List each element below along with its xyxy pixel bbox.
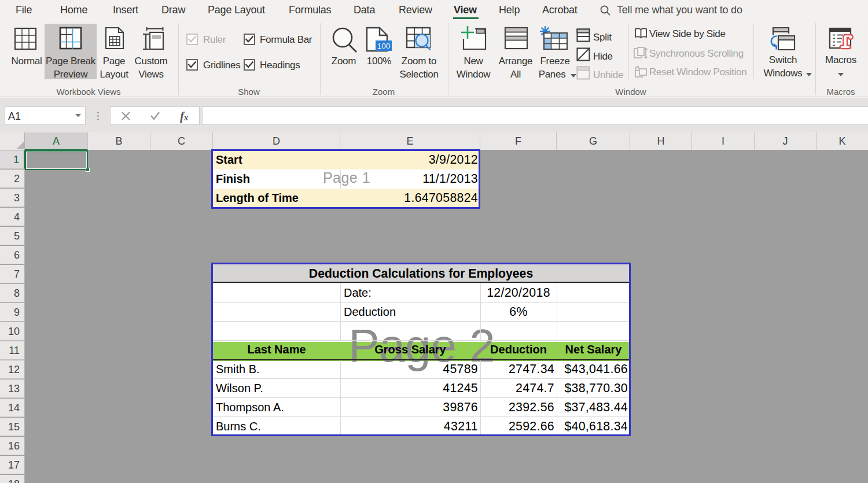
svg-text:100: 100 bbox=[377, 42, 391, 50]
